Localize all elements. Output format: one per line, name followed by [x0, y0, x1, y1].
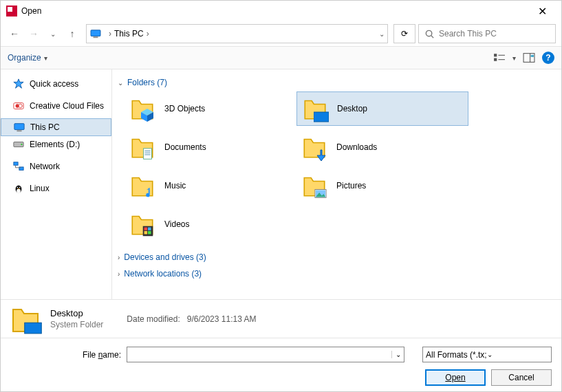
- refresh-button[interactable]: ⟳: [393, 24, 415, 43]
- nav-row: ← → ⌄ ↑ › This PC › ⌄ ⟳ Search This PC: [1, 21, 561, 46]
- folder-documents[interactable]: Documents: [125, 130, 296, 164]
- body: Quick access Creative Cloud Files This P…: [1, 69, 561, 299]
- chevron-right-icon: ›: [118, 254, 120, 261]
- search-placeholder: Search This PC: [439, 29, 497, 39]
- detail-modified-value: 9/6/2023 11:13 AM: [187, 314, 257, 324]
- sidebar-item-label: Quick access: [30, 79, 78, 89]
- file-name-label: File name:: [52, 350, 121, 360]
- file-name-combo[interactable]: ⌄: [127, 347, 404, 362]
- folder-videos[interactable]: Videos: [125, 207, 296, 241]
- star-icon: [13, 78, 24, 89]
- detail-name: Desktop: [50, 308, 103, 318]
- sidebar-item-elements-d[interactable]: Elements (D:): [1, 135, 111, 153]
- close-button[interactable]: ✕: [528, 5, 556, 18]
- organize-menu[interactable]: Organize ▾: [8, 53, 47, 63]
- folder-desktop[interactable]: Desktop: [296, 91, 468, 126]
- crumb-sep[interactable]: ›: [147, 29, 149, 39]
- network-icon: [13, 161, 24, 172]
- sidebar-item-label: Network: [30, 162, 60, 171]
- cancel-button[interactable]: Cancel: [491, 369, 552, 386]
- sidebar-item-linux[interactable]: Linux: [1, 179, 111, 197]
- window-title: Open: [21, 6, 528, 16]
- details-pane: Desktop System Folder Date modified: 9/6…: [1, 300, 561, 338]
- recent-locations-button[interactable]: ⌄: [45, 25, 61, 42]
- crumb-sep: ›: [109, 29, 111, 39]
- folder-3d-objects[interactable]: 3D Objects: [125, 91, 296, 126]
- chevron-right-icon: ›: [118, 270, 120, 278]
- chevron-down-icon: ▾: [44, 54, 47, 62]
- folder-label: Documents: [164, 142, 206, 152]
- detail-type: System Folder: [50, 320, 103, 329]
- group-network-header[interactable]: › Network locations (3): [118, 266, 556, 283]
- chevron-down-icon: ⌄: [487, 351, 548, 358]
- sidebar-item-label: This PC: [30, 122, 60, 132]
- view-dropdown[interactable]: ▾: [512, 54, 516, 62]
- sidebar-item-label: Elements (D:): [30, 140, 80, 149]
- detail-modified-label: Date modified:: [127, 314, 180, 324]
- title-bar: Open ✕: [1, 1, 561, 21]
- picture-icon: [313, 187, 328, 199]
- drive-icon: [13, 139, 24, 150]
- folder-label: Desktop: [337, 104, 367, 113]
- file-type-filter[interactable]: All Formats (*.tx;*.rtf;*.htm;*.ht ⌄: [422, 347, 552, 362]
- sidebar-item-network[interactable]: Network: [1, 157, 111, 175]
- main-pane: ⌄ Folders (7) 3D Objects Desktop Documen…: [112, 69, 561, 299]
- sidebar-item-quick-access[interactable]: Quick access: [1, 75, 111, 93]
- folder-label: Pictures: [336, 181, 366, 190]
- folder-pictures[interactable]: Pictures: [296, 168, 468, 203]
- video-icon: [141, 224, 155, 238]
- folder-label: 3D Objects: [164, 104, 205, 113]
- bottom-panel: File name: ⌄ All Formats (*.tx;*.rtf;*.h…: [1, 338, 561, 392]
- toolbar: Organize ▾ ▾ ?: [1, 46, 561, 69]
- sidebar-item-creative-cloud[interactable]: Creative Cloud Files: [1, 97, 111, 115]
- document-icon: [141, 147, 155, 161]
- download-icon: [313, 147, 328, 162]
- open-button[interactable]: Open: [425, 369, 486, 386]
- desktop-icon: [24, 320, 42, 334]
- folders-grid: 3D Objects Desktop Documents Downloads M…: [125, 91, 556, 241]
- pc-icon: [89, 29, 102, 39]
- help-button[interactable]: ?: [542, 52, 554, 64]
- view-options-button[interactable]: [493, 52, 506, 64]
- linux-icon: [13, 183, 24, 194]
- search-icon: [424, 29, 435, 39]
- open-label: Open: [445, 373, 465, 382]
- search-box[interactable]: Search This PC: [418, 24, 556, 43]
- desktop-icon: [314, 110, 329, 122]
- folder-label: Music: [164, 181, 186, 190]
- chevron-down-icon: ⌄: [118, 79, 123, 87]
- sidebar-item-this-pc[interactable]: This PC: [1, 118, 111, 136]
- address-bar[interactable]: › This PC › ⌄: [86, 24, 388, 43]
- sidebar-item-label: Creative Cloud Files: [30, 101, 104, 111]
- cc-icon: [13, 100, 24, 111]
- up-button[interactable]: ↑: [64, 25, 80, 42]
- pc-icon: [14, 122, 25, 133]
- folder-label: Downloads: [336, 142, 377, 152]
- group-label: Folders (7): [127, 78, 167, 87]
- file-name-dropdown[interactable]: ⌄: [391, 351, 404, 358]
- organize-label: Organize: [8, 53, 41, 63]
- sidebar-item-label: Linux: [30, 184, 50, 193]
- cancel-label: Cancel: [508, 373, 534, 382]
- group-label: Network locations (3): [124, 269, 202, 279]
- forward-button[interactable]: →: [25, 25, 42, 42]
- back-button[interactable]: ←: [6, 25, 23, 42]
- crumb-this-pc[interactable]: This PC: [114, 29, 144, 39]
- filter-label: All Formats (*.tx;*.rtf;*.htm;*.ht: [426, 350, 487, 360]
- folder-music[interactable]: Music: [125, 168, 296, 203]
- folder-label: Videos: [164, 219, 189, 229]
- preview-pane-button[interactable]: [523, 52, 535, 64]
- navigation-pane: Quick access Creative Cloud Files This P…: [1, 69, 112, 299]
- group-label: Devices and drives (3): [124, 252, 206, 262]
- music-icon: [140, 186, 154, 199]
- app-icon: [6, 6, 17, 17]
- group-folders-header[interactable]: ⌄ Folders (7): [118, 75, 556, 91]
- group-devices-header[interactable]: › Devices and drives (3): [118, 250, 556, 266]
- 3d-icon: [140, 107, 155, 122]
- address-dropdown[interactable]: ⌄: [379, 30, 385, 38]
- file-name-input[interactable]: [127, 350, 391, 360]
- folder-downloads[interactable]: Downloads: [296, 130, 468, 164]
